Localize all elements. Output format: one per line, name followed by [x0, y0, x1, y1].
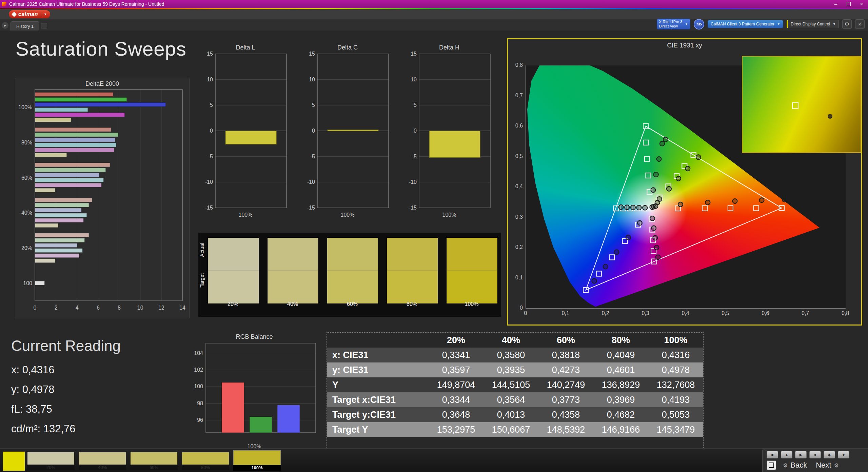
- app-icon: [2, 2, 6, 6]
- table-column-header: 60%: [538, 335, 593, 346]
- swatch-label: 100%: [446, 301, 497, 307]
- actual-color: [208, 238, 259, 271]
- disconnect-button[interactable]: ×: [855, 19, 865, 29]
- measured-point: [603, 264, 608, 269]
- measured-point: [696, 155, 701, 159]
- next-button[interactable]: Next ⚙: [814, 460, 841, 470]
- measured-point: [637, 205, 642, 210]
- rgb-bar-green: [250, 417, 272, 433]
- chevron-down-icon: ▼: [777, 22, 780, 26]
- target-point: [596, 271, 601, 276]
- pattern-generator-button[interactable]: CalMAN Client 3 Pattern Generator ▼: [708, 20, 783, 28]
- bottom-swatch-40%[interactable]: 40%: [79, 452, 126, 470]
- measured-point: [614, 250, 619, 254]
- bottom-bar: 20%40%60%80%100% ■▲▶●◆▼ ⚙ Back Next ⚙: [0, 448, 868, 472]
- deltae-bar: [35, 168, 106, 172]
- tab-history-1[interactable]: History 1: [11, 21, 39, 31]
- delta-c-chart-panel: Delta C 151050-5-10-15 100%: [302, 44, 393, 218]
- table-cell: 148,5392: [538, 425, 593, 435]
- maximize-button[interactable]: [842, 0, 855, 8]
- back-button[interactable]: ⚙ Back: [781, 460, 809, 470]
- table-cell: 0,4013: [484, 410, 538, 420]
- deltae-bar: [35, 281, 45, 285]
- bottom-swatch-80%[interactable]: 80%: [182, 452, 229, 470]
- table-cell: 0,4358: [538, 410, 593, 420]
- svg-text:5: 5: [210, 102, 213, 108]
- measured-point: [650, 216, 655, 221]
- target-row-label: Target: [199, 273, 205, 288]
- delta-c-x-label: 100%: [302, 212, 393, 218]
- table-column-header: 20%: [429, 335, 484, 346]
- meter-status-badge[interactable]: 735: [694, 19, 704, 29]
- deltae-bar: [35, 113, 125, 117]
- measured-point: [653, 235, 657, 240]
- stop-button[interactable]: [767, 460, 776, 470]
- svg-text:-15: -15: [307, 205, 315, 211]
- calman-logo-text: calman: [18, 11, 38, 17]
- window-controls: – ×: [829, 0, 868, 8]
- triangle-up-button[interactable]: ▲: [781, 451, 792, 458]
- measured-point: [625, 205, 629, 210]
- minimize-button[interactable]: –: [829, 0, 842, 8]
- deltae-bar: [35, 254, 80, 258]
- cie-chart-panel: CIE 1931 xy 0,80,70,60,50,40,30,20,10 00…: [507, 38, 862, 326]
- actual-color: [268, 238, 318, 271]
- measured-point: [657, 157, 662, 161]
- deltae-bar: [35, 233, 89, 237]
- history-nav-button[interactable]: ▶: [2, 22, 8, 29]
- record-button[interactable]: ●: [809, 451, 821, 458]
- deltae-bar: [35, 238, 85, 242]
- triangle-down-button[interactable]: ▼: [838, 451, 849, 458]
- settings-gear-button[interactable]: ⚙: [842, 19, 852, 29]
- swatch-label: 40%: [267, 301, 318, 307]
- svg-text:100: 100: [194, 383, 203, 389]
- close-button[interactable]: ×: [855, 0, 868, 8]
- actual-color: [447, 238, 497, 271]
- reading-x: x: 0,4316: [11, 364, 121, 383]
- svg-text:10: 10: [309, 77, 315, 82]
- deltae-bar: [35, 183, 102, 187]
- table-column-header: 80%: [593, 335, 648, 346]
- swatch-color: [182, 452, 229, 465]
- meter-select-button[interactable]: X-Rite i1Pro 3 Direct View ▼: [657, 19, 690, 29]
- screen-button[interactable]: ■: [767, 451, 778, 458]
- bottom-swatch-60%[interactable]: 60%: [130, 452, 178, 470]
- calman-menu-button[interactable]: calman ▼: [9, 10, 50, 18]
- measured-point: [678, 202, 683, 207]
- svg-text:15: 15: [309, 51, 315, 57]
- table-cell: 0,5053: [648, 410, 703, 420]
- measured-point: [619, 205, 624, 210]
- swatch-label: 60%: [130, 465, 178, 470]
- inset-target-marker: [792, 102, 798, 109]
- table-cell: 153,2975: [429, 425, 484, 435]
- marker-button[interactable]: ◆: [824, 451, 835, 458]
- cie-y-tick: 0,2: [509, 244, 523, 250]
- table-cell: 0,4682: [593, 410, 648, 420]
- rgb-balance-chart-title: RGB Balance: [188, 333, 320, 340]
- svg-text:10: 10: [137, 305, 143, 311]
- swatch-color: [233, 450, 281, 465]
- rgb-bar-red: [222, 382, 244, 433]
- cie-x-tick: 0,4: [675, 310, 696, 316]
- svg-text:102: 102: [194, 367, 203, 373]
- delta-l-chart-title: Delta L: [200, 44, 291, 51]
- play-button[interactable]: ▶: [795, 451, 807, 458]
- delta-bar: [429, 131, 480, 158]
- svg-text:-5: -5: [412, 154, 417, 159]
- svg-text:4: 4: [76, 305, 79, 311]
- table-row: Target Y153,2975150,6067148,5392146,9166…: [327, 422, 703, 437]
- svg-text:98: 98: [197, 400, 203, 406]
- bottom-swatch-100%[interactable]: 100%: [233, 450, 281, 471]
- display-control-button[interactable]: Direct Display Control ▼: [787, 20, 839, 28]
- deltae-bar: [35, 188, 55, 192]
- new-tab-button[interactable]: [41, 23, 47, 28]
- deltae-bar: [35, 218, 84, 222]
- cie-x-tick: 0,1: [555, 310, 576, 316]
- navigation-row: ⚙ Back Next ⚙: [767, 460, 841, 470]
- measured-point: [651, 226, 656, 231]
- table-cell: 0,4316: [648, 350, 703, 360]
- table-row-label: Target Y: [327, 425, 429, 435]
- svg-text:0: 0: [414, 128, 417, 134]
- bottom-swatch-20%[interactable]: 20%: [27, 452, 75, 470]
- deltae-bar: [35, 163, 110, 167]
